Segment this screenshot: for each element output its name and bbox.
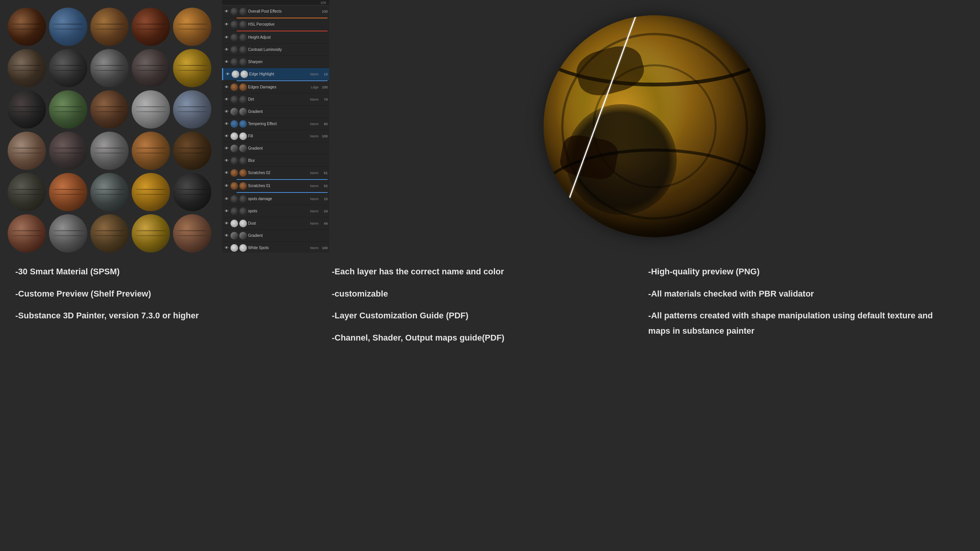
layer-visibility-toggle[interactable]: 👁 xyxy=(224,158,230,164)
sphere-item[interactable] xyxy=(132,8,170,46)
sphere-item[interactable] xyxy=(173,90,211,129)
layer-blend-mode[interactable]: Norm xyxy=(310,72,318,76)
layer-row[interactable]: 👁Gradient xyxy=(222,230,329,242)
layer-thumbnail xyxy=(230,232,238,240)
sphere-item[interactable] xyxy=(8,173,46,211)
layer-thumbnail xyxy=(230,195,238,203)
layer-row[interactable]: 👁DustNorm44 xyxy=(222,217,329,230)
layer-row[interactable]: 👁HSL Perceptive xyxy=(222,18,329,31)
sphere-item[interactable] xyxy=(8,132,46,170)
layer-blend-mode[interactable]: Norm xyxy=(310,98,318,101)
layer-blend-mode[interactable]: Norm xyxy=(310,246,318,250)
sphere-item[interactable] xyxy=(49,90,87,129)
layer-row[interactable]: 👁Sharpen xyxy=(222,56,329,68)
layer-row[interactable]: 👁spotsNorm24 xyxy=(222,205,329,217)
layer-panel-section[interactable]: 100 👁Overall Post Effects100👁HSL Percept… xyxy=(222,0,329,253)
layer-visibility-toggle[interactable]: 👁 xyxy=(224,109,230,115)
layer-blend-mode[interactable]: Norm xyxy=(310,209,318,213)
layer-row[interactable]: 👁Gradient xyxy=(222,106,329,118)
layer-blend-mode[interactable]: Norm xyxy=(310,134,318,138)
layer-blend-mode[interactable]: Norm xyxy=(310,122,318,126)
layer-visibility-toggle[interactable]: 👁 xyxy=(224,34,230,41)
sphere-item[interactable] xyxy=(90,214,129,253)
sphere-item[interactable] xyxy=(173,173,211,211)
layer-name-label: spots xyxy=(248,209,310,213)
layer-visibility-toggle[interactable]: 👁 xyxy=(224,121,230,127)
layer-row[interactable]: 👁Blur xyxy=(222,155,329,167)
layer-row[interactable]: 👁Height Adjust xyxy=(222,31,329,44)
layer-visibility-toggle[interactable]: 👁 xyxy=(224,196,230,202)
layer-blend-mode[interactable]: Norm xyxy=(310,171,318,175)
layer-row[interactable]: 👁Contrast Luminosity xyxy=(222,44,329,56)
layer-opacity-value: 100 xyxy=(320,134,328,138)
sphere-item[interactable] xyxy=(49,214,87,253)
layer-row[interactable]: 👁Tempering EffectNorm60 xyxy=(222,118,329,130)
sphere-item[interactable] xyxy=(132,49,170,87)
sphere-item[interactable] xyxy=(8,90,46,129)
layer-visibility-toggle[interactable]: 👁 xyxy=(224,145,230,152)
layer-visibility-toggle[interactable]: 👁 xyxy=(224,170,230,176)
sphere-item[interactable] xyxy=(132,90,170,129)
sphere-item[interactable] xyxy=(90,132,129,170)
layer-name-label: Scratches 01 xyxy=(248,184,310,188)
layer-row[interactable]: 👁White SpotsNorm100 xyxy=(222,242,329,253)
layer-row[interactable]: 👁Edge HighlightNorm13 xyxy=(222,68,329,80)
sphere-item[interactable] xyxy=(49,49,87,87)
feature-item: -Each layer has the correct name and col… xyxy=(332,264,633,279)
layer-visibility-toggle[interactable]: 👁 xyxy=(224,183,230,189)
sphere-item[interactable] xyxy=(90,90,129,129)
sphere-item[interactable] xyxy=(90,49,129,87)
layer-row[interactable]: 👁Edges DamagesLdge100 xyxy=(222,81,329,93)
layer-thumbnail-secondary xyxy=(239,96,247,103)
feature-item: -Custome Preview (Shelf Preview) xyxy=(15,286,317,302)
layer-thumbnail-secondary xyxy=(239,46,247,54)
layer-visibility-toggle[interactable]: 👁 xyxy=(224,47,230,53)
layer-row[interactable]: 👁Scratches 02Norm61 xyxy=(222,167,329,179)
sphere-item[interactable] xyxy=(173,8,211,46)
sphere-item[interactable] xyxy=(49,8,87,46)
layer-blend-mode[interactable]: Norm xyxy=(310,184,318,188)
sphere-item[interactable] xyxy=(132,173,170,211)
layer-visibility-toggle[interactable]: 👁 xyxy=(224,59,230,65)
sphere-item[interactable] xyxy=(8,8,46,46)
layer-visibility-toggle[interactable]: 👁 xyxy=(225,71,231,77)
sphere-item[interactable] xyxy=(173,49,211,87)
layer-visibility-toggle[interactable]: 👁 xyxy=(224,8,230,15)
layer-visibility-toggle[interactable]: 👁 xyxy=(224,133,230,139)
layer-blend-mode[interactable]: Ldge xyxy=(311,85,318,89)
feature-item: -Substance 3D Painter, version 7.3.0 or … xyxy=(15,308,317,323)
layer-row[interactable]: 👁spots damageNorm15 xyxy=(222,193,329,205)
layer-row[interactable]: 👁Scratches 01Norm52 xyxy=(222,180,329,192)
sphere-item[interactable] xyxy=(173,132,211,170)
layer-row[interactable]: 👁FillNorm100 xyxy=(222,130,329,142)
sphere-item[interactable] xyxy=(90,8,129,46)
feature-text-right: -High-quality preview (PNG)-All material… xyxy=(648,264,949,338)
layer-opacity-value: 15 xyxy=(320,197,328,201)
feature-item: -Channel, Shader, Output maps guide(PDF) xyxy=(332,330,633,346)
layer-row[interactable]: 👁Gradient xyxy=(222,142,329,155)
layer-blend-mode[interactable]: Norm xyxy=(310,222,318,225)
sphere-item[interactable] xyxy=(132,132,170,170)
layer-visibility-toggle[interactable]: 👁 xyxy=(224,208,230,214)
layer-row[interactable]: 👁DirtNorm74 xyxy=(222,93,329,106)
layer-row[interactable]: 👁Overall Post Effects100 xyxy=(222,5,329,18)
sphere-item[interactable] xyxy=(8,49,46,87)
layer-list: 👁Overall Post Effects100👁HSL Perceptive👁… xyxy=(222,5,329,253)
sphere-item[interactable] xyxy=(173,214,211,253)
layer-visibility-toggle[interactable]: 👁 xyxy=(224,96,230,103)
layer-thumbnail xyxy=(230,34,238,41)
layer-visibility-toggle[interactable]: 👁 xyxy=(224,245,230,251)
sphere-item[interactable] xyxy=(49,132,87,170)
sphere-item[interactable] xyxy=(90,173,129,211)
sphere-item[interactable] xyxy=(132,214,170,253)
layer-visibility-toggle[interactable]: 👁 xyxy=(224,233,230,239)
sphere-item[interactable] xyxy=(8,214,46,253)
layer-thumbnail xyxy=(232,70,239,78)
sphere-item[interactable] xyxy=(49,173,87,211)
layer-name-label: Dust xyxy=(248,221,310,225)
layer-blend-mode[interactable]: Norm xyxy=(310,197,318,201)
layer-visibility-toggle[interactable]: 👁 xyxy=(224,220,230,227)
layer-opacity-value: 100 xyxy=(320,85,328,89)
layer-visibility-toggle[interactable]: 👁 xyxy=(224,21,230,28)
layer-visibility-toggle[interactable]: 👁 xyxy=(224,84,230,90)
